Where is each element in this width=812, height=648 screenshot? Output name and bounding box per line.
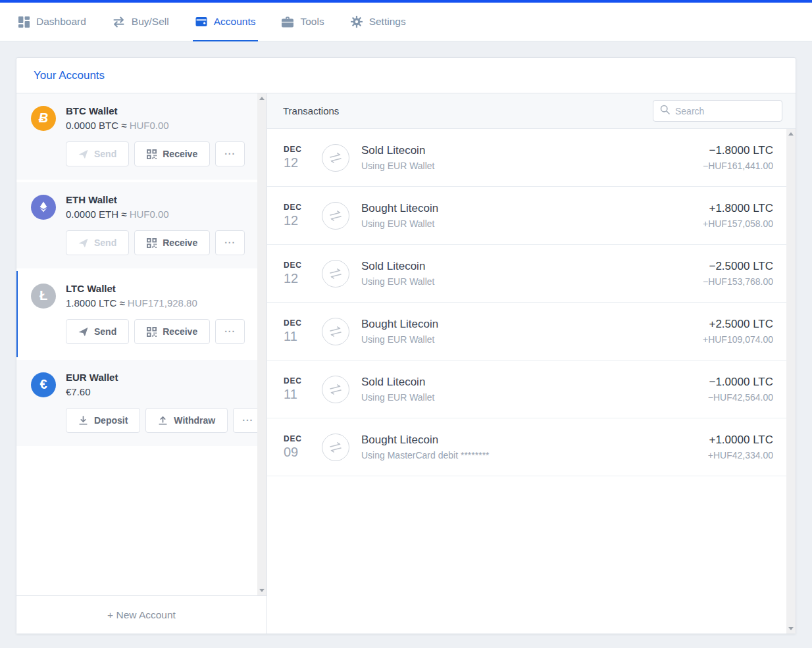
search-box[interactable] [653, 100, 782, 122]
send-icon [78, 327, 88, 337]
transaction-amount: +1.8000 LTC [703, 202, 773, 215]
send-icon [78, 238, 88, 248]
withdraw-button[interactable]: Withdraw [145, 408, 228, 433]
transaction-fiat: −HUF42,564.00 [708, 392, 773, 403]
nav-tab-label: Buy/Sell [132, 16, 169, 28]
transaction-row[interactable]: DEC 11 Bought Litecoin Using EUR Wallet … [267, 303, 786, 361]
wallet-name: LTC Wallet [66, 283, 197, 294]
transaction-row[interactable]: DEC 12 Sold Litecoin Using EUR Wallet −2… [267, 245, 786, 303]
transaction-subtitle: Using EUR Wallet [361, 161, 703, 171]
nav-tab-tools[interactable]: Tools [279, 3, 326, 41]
scroll-down-arrow-icon[interactable] [788, 627, 794, 630]
nav-tab-label: Settings [369, 16, 406, 28]
scroll-up-arrow-icon[interactable] [788, 132, 794, 136]
accounts-card: Your Accounts Ƀ BTC Wallet 0.0000 BTC ≈ … [16, 57, 796, 634]
transaction-amount: +1.0000 LTC [708, 434, 773, 447]
transaction-fiat: +HUF157,058.00 [703, 218, 773, 229]
transaction-title: Bought Litecoin [361, 202, 703, 215]
transaction-date: DEC 12 [284, 145, 317, 170]
swap-arrows-icon [322, 144, 349, 172]
briefcase-icon [282, 16, 293, 28]
wallet-icon [195, 16, 207, 27]
scroll-up-arrow-icon[interactable] [259, 97, 265, 100]
wallet-card-eth[interactable]: ETH Wallet 0.0000 ETH ≈ HUF0.00 Send Rec… [16, 182, 257, 268]
transaction-amount: −1.8000 LTC [703, 144, 773, 157]
send-button[interactable]: Send [66, 141, 129, 166]
send-button[interactable]: Send [66, 319, 129, 344]
transaction-amounts: +1.0000 LTC +HUF42,334.00 [708, 434, 773, 461]
wallet-more-button[interactable]: ··· [215, 230, 245, 255]
wallet-more-button[interactable]: ··· [215, 141, 245, 166]
transaction-amounts: +1.8000 LTC +HUF157,058.00 [703, 202, 773, 229]
nav-tab-accounts[interactable]: Accounts [193, 3, 259, 41]
swap-arrows-icon [322, 202, 349, 230]
search-icon [660, 105, 670, 117]
swap-arrows-icon [322, 318, 349, 345]
nav-tab-dashboard[interactable]: Dashboard [16, 3, 89, 41]
wallet-list-panel: Ƀ BTC Wallet 0.0000 BTC ≈ HUF0.00 Send R… [16, 93, 267, 634]
nav-tab-label: Tools [300, 16, 324, 28]
transaction-subtitle: Using EUR Wallet [361, 334, 703, 345]
top-nav: Dashboard Buy/Sell Accounts Tools Settin… [0, 0, 812, 41]
eur-logo-icon: € [31, 372, 56, 397]
wallet-balance: 0.0000 ETH ≈ HUF0.00 [66, 209, 169, 220]
nav-tab-buy-sell[interactable]: Buy/Sell [110, 3, 172, 41]
accounts-card-header: Your Accounts [16, 58, 796, 93]
qr-code-icon [147, 327, 157, 337]
transaction-fiat: −HUF161,441.00 [703, 161, 773, 171]
transaction-date: DEC 11 [284, 318, 317, 344]
swap-arrows-icon [322, 434, 349, 461]
transaction-row[interactable]: DEC 11 Sold Litecoin Using EUR Wallet −1… [267, 361, 786, 418]
search-input[interactable] [675, 106, 775, 116]
nav-tab-settings[interactable]: Settings [348, 3, 409, 41]
transaction-title: Bought Litecoin [361, 434, 708, 447]
nav-tab-label: Accounts [214, 16, 256, 28]
transaction-amounts: −2.5000 LTC −HUF153,768.00 [703, 260, 773, 287]
transactions-scrollbar[interactable] [786, 129, 796, 634]
new-account-button[interactable]: + New Account [16, 595, 266, 634]
transaction-fiat: +HUF109,074.00 [703, 334, 773, 345]
buy-sell-arrows-icon [113, 16, 125, 28]
qr-code-icon [147, 149, 157, 159]
transaction-date: DEC 11 [284, 376, 317, 402]
transaction-row[interactable]: DEC 09 Bought Litecoin Using MasterCard … [267, 418, 786, 476]
transactions-header: Transactions [267, 93, 796, 129]
scroll-down-arrow-icon[interactable] [259, 589, 265, 592]
ltc-logo-icon: Ł [31, 284, 56, 309]
deposit-button[interactable]: Deposit [66, 408, 140, 433]
wallet-balance: 0.0000 BTC ≈ HUF0.00 [66, 120, 169, 131]
transaction-subtitle: Using EUR Wallet [361, 392, 708, 403]
transaction-row[interactable]: DEC 12 Sold Litecoin Using EUR Wallet −1… [267, 129, 786, 187]
wallet-name: EUR Wallet [66, 372, 118, 383]
transaction-amount: −1.0000 LTC [708, 376, 773, 389]
transaction-amounts: −1.0000 LTC −HUF42,564.00 [708, 376, 773, 403]
transactions-title: Transactions [283, 105, 339, 116]
wallet-card-ltc[interactable]: Ł LTC Wallet 1.8000 LTC ≈ HUF171,928.80 … [16, 271, 257, 357]
wallet-card-eur[interactable]: € EUR Wallet €7.60 Deposit Withdraw ··· [16, 360, 257, 446]
nav-tab-label: Dashboard [36, 16, 86, 28]
wallet-name: ETH Wallet [66, 194, 169, 205]
wallet-more-button[interactable]: ··· [215, 319, 245, 344]
swap-arrows-icon [322, 376, 349, 403]
transaction-amount: +2.5000 LTC [703, 318, 773, 331]
swap-arrows-icon [322, 260, 349, 287]
receive-button[interactable]: Receive [134, 230, 210, 255]
send-button[interactable]: Send [66, 230, 129, 255]
transaction-amounts: −1.8000 LTC −HUF161,441.00 [703, 144, 773, 171]
wallet-balance: €7.60 [66, 386, 118, 397]
transaction-date: DEC 09 [284, 434, 317, 460]
transaction-title: Sold Litecoin [361, 260, 703, 273]
receive-button[interactable]: Receive [134, 141, 210, 166]
transaction-row[interactable]: DEC 12 Bought Litecoin Using EUR Wallet … [267, 187, 786, 245]
wallet-list-scrollbar[interactable] [257, 93, 266, 595]
transaction-title: Bought Litecoin [361, 318, 703, 331]
btc-logo-icon: Ƀ [31, 106, 56, 131]
dashboard-grid-icon [18, 16, 30, 28]
transaction-subtitle: Using MasterCard debit ******** [361, 450, 708, 461]
receive-button[interactable]: Receive [134, 319, 210, 344]
qr-code-icon [147, 238, 157, 248]
eth-logo-icon [31, 195, 56, 220]
wallet-card-btc[interactable]: Ƀ BTC Wallet 0.0000 BTC ≈ HUF0.00 Send R… [16, 93, 257, 180]
wallet-balance: 1.8000 LTC ≈ HUF171,928.80 [66, 297, 197, 309]
transaction-fiat: +HUF42,334.00 [708, 450, 773, 461]
